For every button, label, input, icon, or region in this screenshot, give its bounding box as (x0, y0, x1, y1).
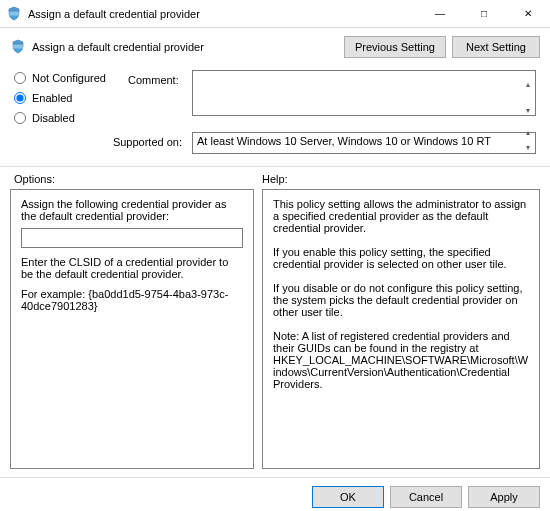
window-title: Assign a default credential provider (28, 8, 418, 20)
policy-shield-icon (10, 39, 26, 55)
state-radio-group: Not Configured Enabled Disabled (14, 70, 124, 124)
svg-rect-3 (13, 43, 23, 45)
help-text: This policy setting allows the administr… (273, 198, 529, 390)
next-setting-button[interactable]: Next Setting (452, 36, 540, 58)
previous-setting-button[interactable]: Previous Setting (344, 36, 446, 58)
supported-scroll-down[interactable]: ▾ (521, 140, 535, 155)
help-label: Help: (262, 173, 536, 185)
titlebar: Assign a default credential provider ― □… (0, 0, 550, 28)
comment-scroll-up[interactable]: ▴ (521, 71, 535, 97)
maximize-button[interactable]: □ (462, 0, 506, 27)
options-example: For example: {ba0dd1d5-9754-4ba3-973c-40… (21, 288, 243, 312)
help-panel: This policy setting allows the administr… (262, 189, 540, 469)
comment-scroll-down[interactable]: ▾ (521, 97, 535, 123)
policy-title: Assign a default credential provider (32, 41, 204, 53)
apply-button[interactable]: Apply (468, 486, 540, 508)
options-label: Options: (14, 173, 262, 185)
ok-button[interactable]: OK (312, 486, 384, 508)
header-row: Assign a default credential provider Pre… (0, 28, 550, 64)
not-configured-radio[interactable]: Not Configured (14, 72, 124, 84)
enabled-label: Enabled (32, 92, 72, 104)
panels-header: Options: Help: (0, 167, 550, 189)
cancel-button[interactable]: Cancel (390, 486, 462, 508)
options-hint: Enter the CLSID of a credential provider… (21, 256, 243, 280)
clsid-input[interactable] (21, 228, 243, 248)
options-heading: Assign the following credential provider… (21, 198, 243, 222)
supported-on-label: Supported on: (14, 124, 188, 156)
disabled-label: Disabled (32, 112, 75, 124)
disabled-radio[interactable]: Disabled (14, 112, 124, 124)
comment-label: Comment: (128, 70, 188, 124)
bottom-bar: OK Cancel Apply (0, 477, 550, 511)
supported-scroll-up[interactable]: ▴ (521, 125, 535, 140)
minimize-button[interactable]: ― (418, 0, 462, 27)
not-configured-radio-input[interactable] (14, 72, 26, 84)
close-button[interactable]: ✕ (506, 0, 550, 27)
disabled-radio-input[interactable] (14, 112, 26, 124)
options-panel: Assign the following credential provider… (10, 189, 254, 469)
enabled-radio-input[interactable] (14, 92, 26, 104)
supported-on-field: At least Windows 10 Server, Windows 10 o… (192, 132, 536, 154)
not-configured-label: Not Configured (32, 72, 106, 84)
panels: Assign the following credential provider… (0, 189, 550, 477)
enabled-radio[interactable]: Enabled (14, 92, 124, 104)
svg-rect-1 (9, 9, 19, 11)
policy-shield-icon (6, 6, 22, 22)
config-area: Not Configured Enabled Disabled Comment:… (0, 64, 550, 167)
comment-input[interactable] (192, 70, 536, 116)
window-controls: ― □ ✕ (418, 0, 550, 27)
